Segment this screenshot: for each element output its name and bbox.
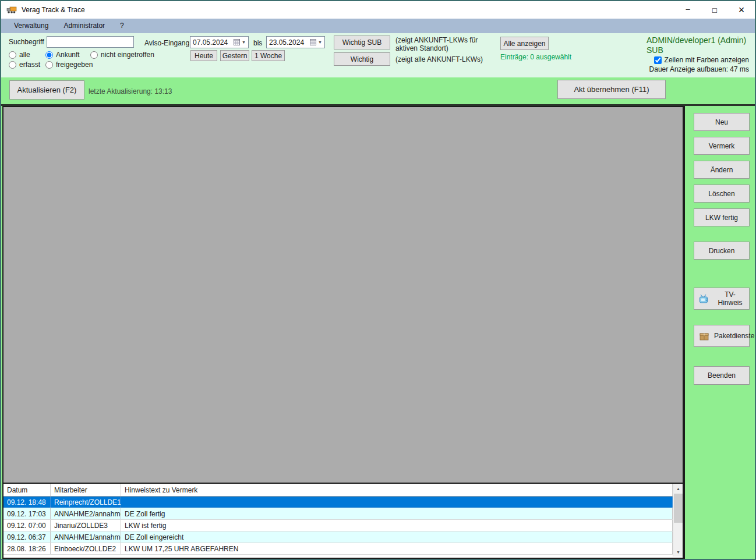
menu-help[interactable]: ? — [112, 19, 132, 33]
radio-ankunft-input[interactable] — [45, 51, 53, 59]
colors-checkbox-row[interactable]: Zeilen mit Farben anzeigen — [654, 56, 749, 64]
wichtig-sub-button[interactable]: Wichtig SUB — [334, 36, 390, 49]
table-scrollbar[interactable]: ▲ ▼ — [673, 484, 683, 557]
wichtig-sub-hint-line1: (zeigt ANKUNFT-LKWs für — [395, 36, 478, 44]
date-to-value: 23.05.2024 — [269, 38, 306, 47]
menu-verwaltung[interactable]: Verwaltung — [6, 19, 56, 33]
last-refresh-text: letzte Aktualisierung: 13:13 — [89, 87, 172, 95]
maximize-icon: □ — [712, 6, 717, 15]
truck-icon — [6, 6, 17, 14]
titlebar: Verag Track & Trace – □ × — [1, 1, 755, 19]
heute-button[interactable]: Heute — [190, 50, 217, 61]
column-header-hinweistext[interactable]: Hinweistext zu Vermerk — [121, 484, 673, 496]
wichtig-sub-hint-line2: aktiven Standort) — [395, 44, 478, 52]
colors-checkbox-label: Zeilen mit Farben anzeigen — [665, 56, 749, 64]
loeschen-button[interactable]: Löschen — [694, 185, 750, 203]
cell-hinweis: DE Zoll fertig — [121, 508, 673, 519]
action-bar: Aktualisieren (F2) letzte Aktualisierung… — [1, 77, 755, 106]
beenden-button[interactable]: Beenden — [694, 366, 750, 385]
eine-woche-button[interactable]: 1 Woche — [252, 50, 285, 61]
sidebar: Neu Vermerk Ändern Löschen LKW fertig Dr… — [684, 106, 756, 559]
duration-text: Dauer Anzeige aufbauen: 47 ms — [649, 65, 749, 73]
window-controls: – □ × — [674, 1, 755, 19]
radio-ankunft-label: Ankunft — [56, 51, 80, 59]
bis-label: bis — [253, 39, 262, 47]
table-row[interactable]: 09.12. 18:48 Reinprecht/ZOLLDE1 — [3, 497, 673, 508]
cell-hinweis: LKW UM 17,25 UHR ABGEFAHREN — [121, 543, 673, 554]
calendar-icon — [234, 39, 240, 45]
radio-freigegeben-input[interactable] — [45, 61, 53, 69]
tv-hinweis-button[interactable]: TV-Hinweis — [694, 288, 750, 310]
radio-erfasst-label: erfasst — [19, 61, 40, 69]
radio-erfasst[interactable]: erfasst — [9, 61, 40, 69]
entries-status: Einträge: 0 ausgewählt — [500, 53, 571, 61]
vermerk-table: Datum Mitarbeiter Hinweistext zu Vermerk… — [3, 484, 683, 557]
vermerk-button[interactable]: Vermerk — [694, 137, 750, 155]
menu-administrator[interactable]: Administrator — [56, 19, 112, 33]
radio-erfasst-input[interactable] — [9, 61, 16, 69]
column-header-mitarbeiter[interactable]: Mitarbeiter — [51, 484, 121, 496]
app-window: Verag Track & Trace – □ × Verwaltung Adm… — [0, 0, 756, 560]
column-header-datum[interactable]: Datum — [3, 484, 51, 496]
menubar: Verwaltung Administrator ? — [1, 19, 755, 33]
radio-nicht-eingetroffen[interactable]: nicht eingetroffen — [90, 51, 154, 59]
table-row[interactable]: 09.12. 07:00 Jinariu/ZOLLDE3 LKW ist fer… — [3, 520, 673, 531]
table-row[interactable]: 28.08. 18:26 Einboeck/ZOLLDE2 LKW UM 17,… — [3, 543, 673, 555]
radio-freigegeben[interactable]: freigegeben — [45, 61, 93, 69]
alle-anzeigen-button[interactable]: Alle anzeigen — [500, 37, 549, 50]
cell-hinweis: LKW ist fertig — [121, 520, 673, 531]
close-button[interactable]: × — [728, 1, 755, 19]
scroll-up-icon[interactable]: ▲ — [673, 484, 683, 493]
aendern-button[interactable]: Ändern — [694, 161, 750, 179]
date-from-value: 07.05.2024 — [193, 38, 230, 47]
cell-datum: 09.12. 17:03 — [3, 508, 51, 519]
date-to-picker[interactable]: 23.05.2024 ▼ — [266, 36, 325, 48]
radio-ankunft[interactable]: Ankunft — [45, 51, 80, 59]
colors-checkbox[interactable] — [654, 56, 662, 64]
refresh-button[interactable]: Aktualisieren (F2) — [9, 80, 84, 100]
wichtig-hint: (zeigt alle ANKUNFT-LKWs) — [395, 55, 483, 63]
cell-mitarbeiter: Reinprecht/ZOLLDE1 — [51, 497, 121, 508]
gestern-button[interactable]: Gestern — [220, 50, 249, 61]
date-from-picker[interactable]: 07.05.2024 ▼ — [190, 36, 249, 48]
drucken-button[interactable]: Drucken — [694, 242, 750, 260]
user-line1: ADMIN/developer1 (Admin) — [647, 36, 746, 45]
minimize-icon: – — [686, 5, 690, 13]
radio-alle[interactable]: alle — [9, 51, 30, 59]
chevron-down-icon: ▼ — [318, 40, 322, 44]
chevron-down-icon: ▼ — [242, 40, 246, 44]
content-area: Datum Mitarbeiter Hinweistext zu Vermerk… — [2, 106, 684, 559]
lkw-fertig-button[interactable]: LKW fertig — [694, 208, 750, 226]
close-icon: × — [739, 4, 745, 16]
paketdienste-button[interactable]: Paketdienste — [694, 325, 750, 347]
cell-mitarbeiter: ANNAHME2/annahme2 — [51, 508, 121, 519]
table-rows: 09.12. 18:48 Reinprecht/ZOLLDE1 09.12. 1… — [3, 497, 683, 555]
table-row[interactable]: 09.12. 06:37 ANNAHME1/annahme1 DE Zoll e… — [3, 531, 673, 543]
wichtig-button[interactable]: Wichtig — [334, 52, 390, 66]
table-header: Datum Mitarbeiter Hinweistext zu Vermerk — [3, 484, 683, 497]
akt-uebernehmen-button[interactable]: Akt übernehmen (F11) — [557, 80, 666, 99]
maximize-button[interactable]: □ — [701, 1, 728, 19]
window-title: Verag Track & Trace — [22, 6, 85, 14]
scroll-down-icon[interactable]: ▼ — [673, 547, 683, 557]
neu-button[interactable]: Neu — [694, 113, 750, 131]
table-row[interactable]: 09.12. 17:03 ANNAHME2/annahme2 DE Zoll f… — [3, 508, 673, 520]
radio-nicht-eingetroffen-label: nicht eingetroffen — [101, 51, 154, 59]
package-icon — [699, 331, 709, 341]
user-line2: SUB — [647, 45, 746, 55]
cell-datum: 28.08. 18:26 — [3, 543, 51, 554]
paketdienste-label: Paketdienste — [714, 332, 754, 340]
cell-datum: 09.12. 07:00 — [3, 520, 51, 531]
scrollbar-thumb[interactable] — [674, 494, 683, 523]
aviso-eingang-label: Aviso-Eingang — [144, 39, 189, 47]
search-input[interactable] — [47, 36, 134, 48]
radio-alle-label: alle — [19, 51, 30, 59]
cell-mitarbeiter: Einboeck/ZOLLDE2 — [51, 543, 121, 554]
minimize-button[interactable]: – — [674, 1, 701, 19]
filter-panel: Suchbegriff alle Ankunft nicht eingetrof… — [1, 33, 755, 77]
radio-alle-input[interactable] — [9, 51, 16, 59]
user-info: ADMIN/developer1 (Admin) SUB — [647, 36, 746, 55]
cell-mitarbeiter: Jinariu/ZOLLDE3 — [51, 520, 121, 531]
radio-nicht-eingetroffen-input[interactable] — [90, 51, 98, 59]
cell-hinweis: DE Zoll eingereicht — [121, 531, 673, 543]
